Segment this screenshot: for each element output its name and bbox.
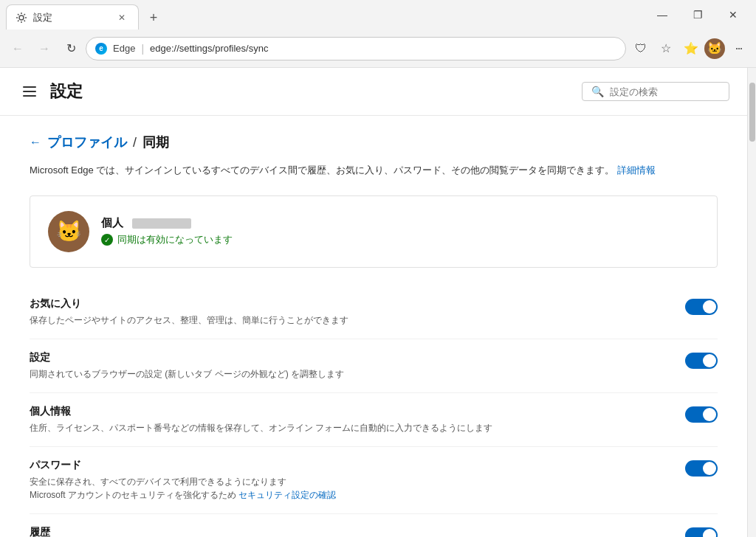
sync-item-favorites-info: お気に入り 保存したページやサイトのアクセス、整理、管理は、簡単に行うことができ…	[30, 297, 673, 327]
close-button[interactable]: ✕	[716, 0, 750, 30]
address-input[interactable]: e Edge | edge://settings/profiles/sync	[86, 37, 626, 60]
settings-toggle-knob	[703, 354, 716, 367]
favorites-icon[interactable]: ☆	[654, 37, 678, 60]
sync-item-settings-info: 設定 同期されているブラウザーの設定 (新しいタブ ページの外観など) を調整し…	[30, 351, 673, 381]
new-tab-button[interactable]: +	[142, 6, 165, 30]
sync-item-history-title: 履歴	[30, 526, 673, 538]
profile-card: 🐱 個人 ✓ 同期は有効になっています	[30, 195, 718, 268]
profile-avatar[interactable]: 🐱	[704, 38, 725, 59]
profile-picture: 🐱	[48, 211, 89, 252]
passwords-toggle-switch[interactable]	[685, 460, 718, 477]
settings-search-box[interactable]: 🔍	[582, 82, 729, 101]
address-bar: ← → ↻ e Edge | edge://settings/profiles/…	[0, 30, 756, 68]
sync-items-list: お気に入り 保存したページやサイトのアクセス、整理、管理は、簡単に行うことができ…	[30, 285, 718, 538]
sync-item-favorites-desc: 保存したページやサイトのアクセス、整理、管理は、簡単に行うことができます	[30, 313, 673, 327]
hamburger-line-3	[23, 95, 36, 97]
sync-status: ✓ 同期は有効になっています	[101, 233, 233, 246]
sync-item-personal-info-info: 個人情報 住所、ライセンス、パスポート番号などの情報を保存して、オンライン フォ…	[30, 405, 673, 434]
sync-item-favorites-title: お気に入り	[30, 297, 673, 311]
sync-item-settings-title: 設定	[30, 351, 673, 364]
settings-search-input[interactable]	[610, 86, 720, 97]
minimize-button[interactable]: —	[645, 0, 679, 30]
profile-name: 個人	[101, 216, 233, 230]
favorites-toggle[interactable]	[685, 299, 718, 315]
settings-title-row: 設定	[18, 80, 83, 103]
breadcrumb-separator: /	[133, 135, 137, 150]
address-separator: |	[141, 43, 144, 55]
edge-logo: e	[95, 43, 107, 55]
settings-header: 設定 🔍	[0, 68, 747, 116]
back-button[interactable]: ←	[6, 37, 30, 60]
breadcrumb-current: 同期	[142, 134, 169, 151]
sync-item-favorites: お気に入り 保存したページやサイトのアクセス、整理、管理は、簡単に行うことができ…	[30, 285, 718, 339]
sync-item-settings: 設定 同期されているブラウザーの設定 (新しいタブ ページの外観など) を調整し…	[30, 339, 718, 393]
shield-icon[interactable]: 🛡	[629, 37, 653, 60]
sync-item-history: 履歴 Microsoft Edge でアクセスした Web ページを確認できます	[30, 514, 718, 538]
sync-item-settings-desc: 同期されているブラウザーの設定 (新しいタブ ページの外観など) を調整します	[30, 367, 673, 381]
hamburger-button[interactable]	[18, 80, 41, 103]
settings-toggle[interactable]	[685, 353, 718, 369]
sync-item-personal-info: 個人情報 住所、ライセンス、パスポート番号などの情報を保存して、オンライン フォ…	[30, 393, 718, 447]
sync-description: Microsoft Edge では、サインインしているすべてのデバイス間で履歴、…	[30, 163, 718, 178]
breadcrumb-profile-link[interactable]: プロファイル	[47, 134, 127, 151]
profile-name-blurred	[132, 218, 191, 229]
tab-settings-icon	[16, 12, 27, 24]
content-area: 設定 🔍 ← プロファイル / 同期 Microsoft Edg	[0, 68, 747, 537]
tab-group: 設定 ✕ +	[6, 0, 165, 30]
settings-toggle-switch[interactable]	[685, 353, 718, 369]
title-bar: 設定 ✕ + — ❐ ✕	[0, 0, 756, 30]
address-url: edge://settings/profiles/sync	[150, 43, 616, 54]
sync-status-icon: ✓	[101, 234, 113, 246]
sync-item-passwords-title: パスワード	[30, 459, 673, 472]
sync-item-personal-info-desc: 住所、ライセンス、パスポート番号などの情報を保存して、オンライン フォームに自動…	[30, 421, 673, 434]
maximize-button[interactable]: ❐	[681, 0, 715, 30]
refresh-button[interactable]: ↻	[59, 37, 83, 60]
settings-title: 設定	[50, 80, 83, 103]
hamburger-line-1	[23, 86, 36, 88]
breadcrumb-back-button[interactable]: ←	[30, 136, 41, 149]
history-toggle-knob	[703, 529, 716, 538]
passwords-toggle-knob	[703, 462, 716, 475]
sync-item-passwords: パスワード 安全に保存され、すべてのデバイスで利用できるようになります Micr…	[30, 447, 718, 514]
security-settings-link[interactable]: セキュリティ設定の確認	[238, 490, 336, 500]
tab-title: 設定	[33, 11, 109, 24]
collections-icon[interactable]: ⭐	[679, 37, 703, 60]
title-bar-right: — ❐ ✕	[645, 0, 750, 30]
title-bar-left: 設定 ✕ +	[6, 0, 165, 30]
passwords-toggle[interactable]	[685, 460, 718, 477]
browser-window: 設定 ✕ + — ❐ ✕ ← → ↻ e Edge | edge://setti…	[0, 0, 756, 537]
scrollbar[interactable]	[747, 68, 756, 537]
tab-close-button[interactable]: ✕	[114, 10, 129, 25]
main-content: 設定 🔍 ← プロファイル / 同期 Microsoft Edg	[0, 68, 756, 537]
favorites-toggle-knob	[703, 300, 716, 313]
history-toggle[interactable]	[685, 527, 718, 538]
scrollbar-thumb[interactable]	[749, 83, 755, 142]
sync-item-passwords-info: パスワード 安全に保存され、すべてのデバイスで利用できるようになります Micr…	[30, 459, 673, 502]
sync-item-passwords-desc: 安全に保存され、すべてのデバイスで利用できるようになります Microsoft …	[30, 475, 673, 502]
page-content: ← プロファイル / 同期 Microsoft Edge では、サインインしてい…	[0, 116, 747, 537]
breadcrumb: ← プロファイル / 同期	[30, 134, 718, 151]
learn-more-link[interactable]: 詳細情報	[617, 164, 656, 176]
personal-info-toggle-knob	[703, 408, 716, 421]
svg-point-0	[19, 15, 24, 20]
personal-info-toggle-switch[interactable]	[685, 406, 718, 423]
favorites-toggle-switch[interactable]	[685, 299, 718, 315]
sync-item-personal-info-title: 個人情報	[30, 405, 673, 418]
personal-info-toggle[interactable]	[685, 406, 718, 423]
more-button[interactable]: ···	[726, 37, 750, 60]
sync-item-history-info: 履歴 Microsoft Edge でアクセスした Web ページを確認できます	[30, 526, 673, 538]
address-actions: 🛡 ☆ ⭐ 🐱 ···	[629, 37, 750, 60]
forward-button[interactable]: →	[32, 37, 56, 60]
active-tab[interactable]: 設定 ✕	[6, 4, 139, 30]
hamburger-line-2	[23, 91, 36, 92]
profile-info: 個人 ✓ 同期は有効になっています	[101, 216, 233, 246]
address-brand: Edge	[113, 43, 135, 54]
search-icon: 🔍	[591, 86, 604, 97]
history-toggle-switch[interactable]	[685, 527, 718, 538]
